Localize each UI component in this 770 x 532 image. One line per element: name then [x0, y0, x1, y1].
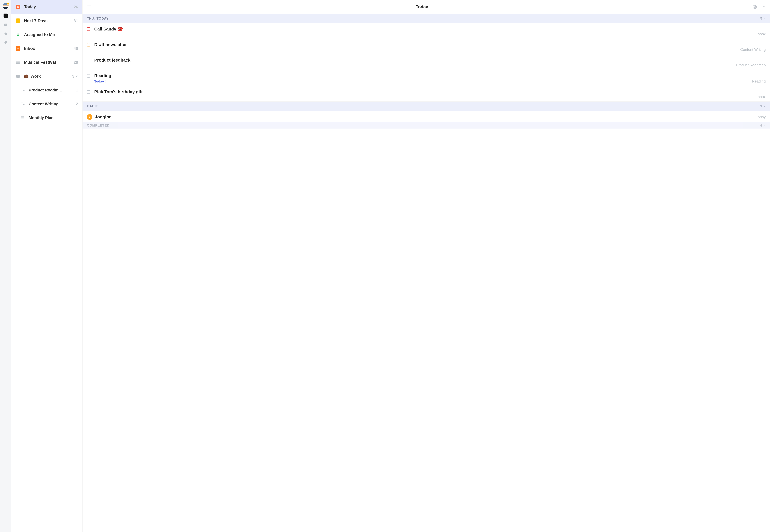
- sidebar: 18 Today 26 T Next 7 Days 31 Assigned to…: [11, 0, 83, 532]
- sidebar-item-label: Today: [24, 5, 72, 9]
- folder-count: 3: [72, 74, 74, 79]
- task-list-tag: Inbox: [757, 32, 766, 36]
- sidebar-list-monthly[interactable]: Monthly Plan: [11, 111, 82, 125]
- nav-rail: 12: [0, 0, 11, 532]
- task-title: Reading: [94, 73, 111, 78]
- list-label: Product Roadm…: [29, 88, 75, 93]
- more-button[interactable]: [761, 5, 766, 9]
- sidebar-item-inbox[interactable]: Inbox 40: [11, 42, 82, 55]
- week-icon: T: [16, 18, 20, 23]
- section-label: THU, TODAY: [87, 16, 109, 20]
- sidebar-item-label: Assigned to Me: [24, 32, 78, 37]
- sidebar-item-label: Musical Festival: [24, 60, 72, 65]
- sidebar-item-count: 20: [74, 60, 78, 65]
- section-header-habit[interactable]: HABIT 1: [83, 102, 770, 111]
- sidebar-item-count: 26: [74, 5, 78, 9]
- habit-row[interactable]: Jogging Today: [83, 111, 770, 122]
- task-list-tag: Inbox: [757, 95, 766, 99]
- task-checkbox[interactable]: [87, 27, 90, 31]
- chevron-down-icon: [763, 124, 766, 127]
- person-icon: [16, 32, 20, 37]
- chevron-down-icon: [763, 17, 766, 20]
- svg-text:12: 12: [5, 24, 6, 26]
- folder-label: Work: [30, 74, 71, 79]
- avatar[interactable]: [3, 3, 9, 9]
- rail-calendar-icon[interactable]: 12: [4, 22, 8, 27]
- task-checkbox[interactable]: [87, 74, 90, 78]
- sidebar-item-count: 31: [74, 18, 78, 23]
- svg-point-29: [753, 5, 756, 9]
- svg-rect-9: [16, 47, 20, 50]
- jogging-icon[interactable]: [87, 114, 92, 120]
- sidebar-item-count: 40: [74, 46, 78, 51]
- main-header: Today: [83, 0, 770, 14]
- sidebar-item-label: Next 7 Days: [24, 18, 72, 23]
- today-icon: 18: [16, 5, 20, 9]
- rail-tasks-icon[interactable]: [4, 14, 8, 18]
- chevron-down-icon: [763, 105, 766, 107]
- inbox-icon: [16, 46, 20, 51]
- svg-text:18: 18: [17, 6, 19, 8]
- sidebar-item-today[interactable]: 18 Today 26: [11, 0, 82, 14]
- svg-point-3: [4, 41, 7, 43]
- sidebar-list-roadmap[interactable]: Product Roadm… 1: [11, 83, 82, 97]
- folder-emoji: 💼: [24, 74, 29, 78]
- svg-point-30: [754, 6, 756, 8]
- task-row[interactable]: Call Sandy ☎️ Inbox: [83, 23, 770, 39]
- chevron-down-icon: [75, 75, 78, 78]
- section-header-today[interactable]: THU, TODAY 5: [83, 14, 770, 23]
- svg-text:T: T: [18, 20, 19, 22]
- sidebar-list-content[interactable]: Content Writing 2: [11, 97, 82, 111]
- list-count: 2: [76, 102, 78, 106]
- sidebar-item-next7[interactable]: T Next 7 Days 31: [11, 14, 82, 28]
- page-title: Today: [91, 4, 752, 9]
- rail-habit-icon[interactable]: [4, 31, 8, 36]
- section-header-completed[interactable]: COMPLETED 4: [83, 122, 770, 129]
- folder-icon: [16, 74, 20, 79]
- section-label: COMPLETED: [87, 123, 109, 127]
- sidebar-folder-work[interactable]: 💼 Work 3: [11, 69, 82, 83]
- task-list-tag: Product Roadmap: [736, 63, 766, 67]
- svg-point-8: [17, 33, 19, 35]
- task-title: Draft newsletter: [94, 42, 127, 47]
- section-label: HABIT: [87, 104, 98, 108]
- section-count: 4: [760, 123, 762, 127]
- list-icon: [20, 115, 25, 120]
- task-checkbox[interactable]: [87, 90, 90, 94]
- svg-point-33: [764, 6, 765, 7]
- svg-point-34: [90, 116, 91, 116]
- task-row[interactable]: Reading Today Reading: [83, 70, 770, 86]
- sort-button[interactable]: [87, 5, 91, 9]
- sidebar-item-assigned[interactable]: Assigned to Me: [11, 28, 82, 42]
- svg-point-2: [4, 33, 7, 35]
- svg-point-32: [763, 6, 764, 7]
- shared-list-icon: [20, 88, 25, 92]
- task-title: Call Sandy ☎️: [94, 26, 123, 32]
- shared-list-icon: [20, 102, 25, 106]
- task-subtext: Today: [94, 79, 107, 83]
- list-label: Content Writing: [29, 102, 75, 106]
- repeat-icon: [105, 80, 107, 83]
- task-row[interactable]: Draft newsletter Content Writing: [83, 39, 770, 54]
- svg-point-31: [762, 6, 762, 7]
- section-count: 1: [760, 104, 762, 108]
- task-title: Product feedback: [94, 58, 130, 63]
- main-panel: Today THU, TODAY 5 Call Sandy ☎️ Inbox D…: [83, 0, 770, 532]
- task-row[interactable]: Product feedback Product Roadmap: [83, 54, 770, 70]
- task-checkbox[interactable]: [87, 43, 90, 46]
- task-list-tag: Reading: [752, 79, 766, 83]
- task-checkbox[interactable]: [87, 59, 90, 62]
- list-count: 1: [76, 88, 78, 93]
- rail-pomo-icon[interactable]: [4, 40, 8, 45]
- task-row[interactable]: Pick Tom's birthday gift Inbox: [83, 86, 770, 102]
- premium-badge-icon: [7, 2, 9, 5]
- sidebar-item-musical[interactable]: Musical Festival 20: [11, 55, 82, 69]
- list-icon: [16, 60, 20, 65]
- habit-date: Today: [756, 115, 766, 119]
- section-count: 5: [760, 16, 762, 20]
- focus-button[interactable]: [752, 5, 757, 9]
- habit-title: Jogging: [95, 115, 112, 119]
- list-label: Monthly Plan: [29, 115, 78, 120]
- task-title: Pick Tom's birthday gift: [94, 89, 143, 94]
- sidebar-item-label: Inbox: [24, 46, 72, 51]
